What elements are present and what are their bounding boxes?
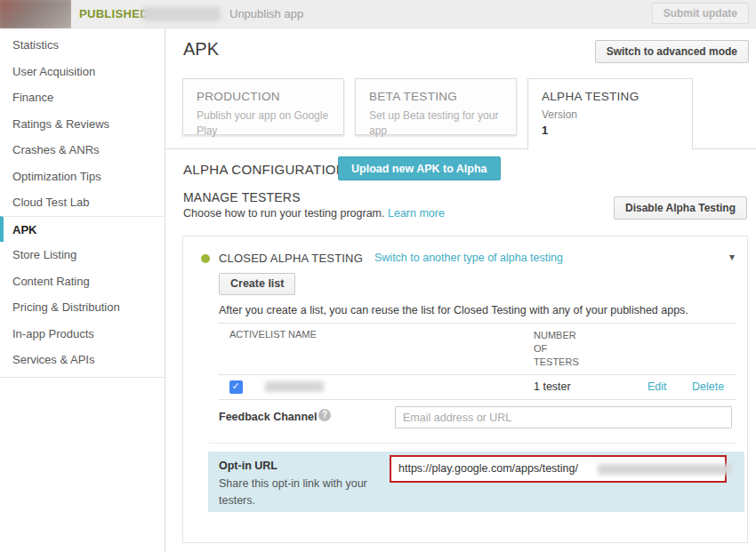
tab-desc: Publish your app on Google Play	[197, 108, 330, 140]
sidebar-item-store-listing[interactable]: Store Listing	[0, 242, 165, 268]
opt-in-url-value: https://play.google.com/apps/testing/	[398, 457, 578, 481]
sidebar-item-optimization-tips[interactable]: Optimization Tips	[0, 164, 165, 190]
sidebar: Statistics User Acquisition Finance Rati…	[0, 28, 165, 552]
unpublish-app-button[interactable]: Unpublish app	[229, 0, 303, 28]
help-icon[interactable]: ?	[318, 409, 331, 421]
top-bar: PUBLISHED Unpublish app Submit update	[0, 0, 756, 28]
tab-title: PRODUCTION	[197, 90, 330, 103]
table-row: 1 tester Edit Delete	[219, 375, 736, 400]
tab-alpha-testing[interactable]: ALPHA TESTING Version 1	[527, 78, 693, 149]
table-header-row: ACTIVE LIST NAME NUMBER OF TESTERS	[219, 323, 736, 375]
upload-new-apk-button[interactable]: Upload new APK to Alpha	[338, 156, 501, 180]
switch-advanced-mode-button[interactable]: Switch to advanced mode	[595, 40, 749, 63]
alpha-configuration-heading: ALPHA CONFIGURATION	[183, 162, 346, 177]
app-icon	[0, 0, 71, 28]
opt-in-url-section: Opt-in URL Share this opt-in link with y…	[208, 452, 744, 512]
sidebar-item-statistics[interactable]: Statistics	[0, 32, 165, 59]
opt-in-url-description: Share this opt-in link with your testers…	[219, 476, 388, 509]
sidebar-item-finance[interactable]: Finance	[0, 84, 165, 111]
sidebar-item-cloud-test-lab[interactable]: Cloud Test Lab	[0, 189, 165, 216]
col-header-testers-text: NUMBER OF TESTERS	[534, 329, 591, 369]
sidebar-item-pricing-distribution[interactable]: Pricing & Distribution	[0, 294, 165, 321]
sidebar-item-ratings-reviews[interactable]: Ratings & Reviews	[0, 111, 165, 138]
edit-link[interactable]: Edit	[647, 380, 667, 393]
testers-count: 1 tester	[534, 380, 647, 393]
page-title: APK	[183, 39, 219, 60]
reuse-note-text: After you create a list, you can reuse t…	[219, 304, 688, 316]
opt-in-url-label: Opt-in URL	[219, 460, 277, 472]
version-label: Version	[542, 108, 679, 121]
main-content: APK Switch to advanced mode PRODUCTION P…	[165, 28, 756, 552]
active-checkbox[interactable]	[229, 380, 243, 394]
feedback-channel-input[interactable]	[395, 406, 732, 428]
closed-alpha-heading: CLOSED ALPHA TESTING	[219, 252, 363, 265]
disable-alpha-testing-button[interactable]: Disable Alpha Testing	[614, 196, 747, 220]
section-divider	[208, 443, 736, 444]
col-header-testers: NUMBER OF TESTERS	[534, 329, 647, 369]
status-badge: PUBLISHED	[79, 0, 149, 28]
manage-testers-heading: MANAGE TESTERS	[183, 190, 301, 204]
sidebar-item-services-apis[interactable]: Services & APIs	[0, 347, 165, 373]
tab-title: BETA TESTING	[369, 90, 503, 103]
switch-alpha-type-link[interactable]: Switch to another type of alpha testing	[374, 252, 563, 264]
manage-testers-description: Choose how to run your testing program. …	[183, 207, 445, 220]
tab-title: ALPHA TESTING	[542, 90, 679, 103]
version-value: 1	[542, 124, 679, 137]
sidebar-item-apk[interactable]: APK	[0, 216, 165, 243]
learn-more-link[interactable]: Learn more	[388, 207, 445, 220]
testers-table: ACTIVE LIST NAME NUMBER OF TESTERS 1 tes…	[219, 323, 736, 400]
sidebar-item-in-app-products[interactable]: In-app Products	[0, 321, 165, 348]
tab-beta-testing[interactable]: BETA TESTING Set up Beta testing for you…	[355, 78, 517, 135]
sidebar-item-user-acquisition[interactable]: User Acquisition	[0, 59, 165, 85]
tab-production[interactable]: PRODUCTION Publish your app on Google Pl…	[182, 78, 344, 135]
delete-link[interactable]: Delete	[692, 380, 724, 393]
opt-in-url-field[interactable]: https://play.google.com/apps/testing/	[390, 455, 727, 483]
sidebar-item-content-rating[interactable]: Content Rating	[0, 268, 165, 295]
col-header-list-name: LIST NAME	[265, 329, 534, 340]
col-header-active: ACTIVE	[219, 329, 265, 340]
submit-update-button[interactable]: Submit update	[652, 3, 749, 24]
chevron-down-icon[interactable]: ▾	[729, 251, 735, 263]
opt-in-url-redacted	[598, 464, 731, 475]
list-name-redacted	[265, 381, 324, 392]
closed-alpha-panel: CLOSED ALPHA TESTING Switch to another t…	[182, 236, 748, 543]
create-list-button[interactable]: Create list	[219, 273, 295, 295]
sidebar-item-crashes-anrs[interactable]: Crashes & ANRs	[0, 137, 165, 164]
sidebar-nav: Statistics User Acquisition Finance Rati…	[0, 32, 165, 378]
tab-desc: Set up Beta testing for your app	[369, 108, 503, 140]
status-dot-icon	[201, 254, 210, 263]
manage-testers-text: Choose how to run your testing program.	[183, 207, 385, 220]
app-name-redacted	[142, 7, 221, 21]
feedback-channel-label: Feedback Channel	[219, 411, 317, 423]
